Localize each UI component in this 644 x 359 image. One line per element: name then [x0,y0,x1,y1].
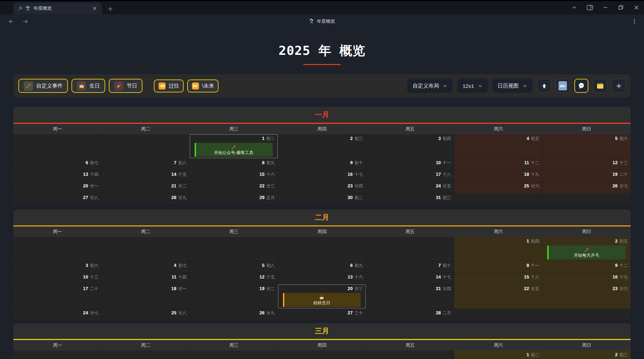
calendar-day[interactable]: 29正月 [190,193,278,205]
calendar-day[interactable]: 19廿二 [190,284,278,309]
tab-list-chevron-icon[interactable] [567,1,582,14]
calendar-day[interactable]: 13十四 [13,170,102,182]
calendar-day[interactable]: 2初三 [542,351,631,359]
calendar-day[interactable]: 16十九 [542,273,631,284]
calendar-day[interactable]: 19二十 [542,170,631,182]
calendar-day[interactable]: 15十六 [190,170,278,182]
date-number: 30 [348,195,353,200]
date-number: 9 [350,160,353,165]
lunar-label: 廿六 [619,286,628,291]
date-number: 26 [613,183,618,188]
calendar-day[interactable]: 10十三 [13,273,102,284]
calendar-day[interactable]: 27廿八 [13,193,102,205]
calendar-day[interactable]: 20廿三娃娃生日 [278,284,366,309]
calendar-day[interactable]: 23廿六 [542,284,631,309]
filter-festival-button[interactable]: 节日 [109,79,143,93]
minimize-button[interactable] [598,1,613,14]
restore-button[interactable] [613,1,629,14]
calendar-day[interactable]: 17二十 [13,284,102,309]
telescope-icon [25,6,31,11]
party-popper-icon [114,81,124,91]
calendar-day[interactable]: 17十八 [366,170,454,182]
calendar-day[interactable]: 25廿八 [102,309,190,320]
calendar-day[interactable]: 18十九 [454,170,543,182]
forward-arrow-button[interactable] [21,17,30,26]
new-tab-button[interactable] [106,5,114,13]
calendar-day[interactable]: 30初二 [278,193,366,205]
sidebar-toggle-icon[interactable] [582,1,598,14]
calendar-day[interactable]: 18廿一 [102,284,190,309]
date-label: 2初三 [281,135,363,142]
calendar-day[interactable]: 6初九 [278,261,366,273]
calendar-day[interactable]: 26廿七 [542,182,631,193]
calendar-day[interactable]: 9初十 [278,159,366,170]
calendar-day[interactable]: 10十一 [366,159,454,170]
calendar-day[interactable]: 11十二 [454,159,543,170]
calendar-event[interactable]: 开始每天乒乓 [547,245,626,259]
calendar-day[interactable]: 21廿二 [102,182,190,193]
close-window-button[interactable] [629,1,644,14]
calendar-day[interactable]: 1初二 [454,351,543,359]
calendar-day[interactable]: 7初八 [102,159,190,170]
calendar-day[interactable]: 4初五 [454,134,543,159]
filter-birthday-button[interactable]: 生日 [71,79,105,93]
calendar-day[interactable]: 2初五开始每天乒乓 [542,237,631,261]
calendar-day[interactable]: 20廿一 [13,182,102,193]
calendar-day[interactable]: 28二月 [366,309,454,320]
back-arrow-button[interactable] [7,17,15,26]
calendar-day[interactable]: 4初七 [102,261,190,273]
calendar-day[interactable]: 16十七 [278,170,366,182]
calendar-day[interactable]: 28廿九 [102,193,190,205]
calendar-day[interactable]: 14十七 [366,273,454,284]
up-arrow-button[interactable] [537,79,551,93]
calendar-day[interactable]: 9十二 [542,261,631,273]
calendar-day[interactable]: 25廿六 [454,182,543,193]
comment-button[interactable] [574,79,588,93]
view-mode-select[interactable]: 日历视图 [492,79,532,93]
calendar-day[interactable]: 8十一 [454,261,543,273]
filter-custom-events-button[interactable]: 自定义事件 [18,79,68,93]
calendar-day[interactable]: 1初二开始公众号-极客工具 [190,134,278,159]
calendar-day[interactable]: 5初八 [190,261,278,273]
calendar-day[interactable]: 1初四 [454,237,543,261]
grid-size-select[interactable]: 12x1 [457,79,488,93]
calendar-day[interactable]: 21廿四 [366,284,454,309]
calendar-day[interactable]: 14十五 [102,170,190,182]
lunar-label: 初三 [443,195,451,200]
plus-button[interactable] [612,79,626,93]
lunar-label: 初二 [266,136,275,141]
lunar-label: 初二 [531,352,539,357]
calendar-day[interactable]: 22廿五 [454,284,543,309]
calendar-event[interactable]: 娃娃生日 [283,293,361,307]
calendar-day[interactable]: 24廿五 [366,182,454,193]
calendar-day[interactable]: 31初三 [366,193,454,205]
filter-past-button[interactable]: 过往 [154,79,184,92]
calendar-day[interactable]: 26廿九 [190,309,278,320]
calendar-day[interactable]: 12十三 [542,159,631,170]
tab-close-icon[interactable] [91,5,99,12]
card-index-button[interactable] [593,79,607,93]
calendar-day[interactable]: 12十五 [190,273,278,284]
calendar-day[interactable]: 24廿七 [13,309,102,320]
calendar-day[interactable]: 5初六 [542,134,631,159]
calendar-day[interactable]: 11十四 [102,273,190,284]
tab-annual-overview[interactable]: 年度概览 [13,2,102,14]
calendar-day[interactable]: 6初七 [13,159,102,170]
calendar-day[interactable]: 7初十 [366,261,454,273]
date-number: 15 [259,172,264,177]
calendar-day[interactable]: 2初三 [278,134,366,159]
calendar-day[interactable]: 15十八 [454,273,543,284]
calendar-day[interactable]: 3初六 [13,261,102,273]
abc-button[interactable]: abc [556,79,570,93]
layout-select[interactable]: 自定义布局 [407,79,453,93]
calendar-day[interactable]: 22廿三 [190,182,278,193]
more-options-icon[interactable] [630,17,639,26]
calendar-event[interactable]: 开始公众号-极客工具 [195,143,273,157]
calendar-day-empty [454,309,543,320]
filter-future-button[interactable]: \未来 [187,79,219,92]
calendar-day[interactable]: 27三十 [278,309,366,320]
calendar-day[interactable]: 3初四 [366,134,454,159]
calendar-day[interactable]: 13十六 [278,273,366,284]
calendar-day[interactable]: 23廿四 [278,182,366,193]
calendar-day[interactable]: 8初九 [190,159,278,170]
